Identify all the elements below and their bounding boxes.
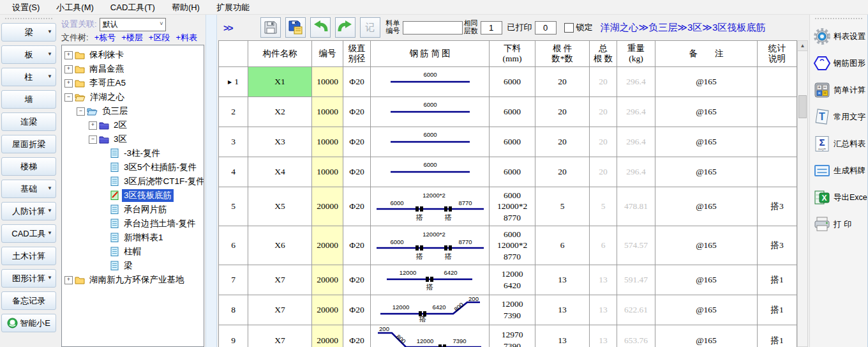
tree-node[interactable]: 3区5个柱插筋-复件 — [62, 160, 204, 174]
cut-length-cell[interactable]: 6000 — [490, 97, 535, 127]
rebar-diagram-cell[interactable]: 600012000*28770搭搭 — [371, 187, 490, 226]
sidebar-button[interactable]: 土木计算 — [1, 247, 56, 265]
rebar-diagram-cell[interactable]: 6000 — [371, 97, 490, 127]
cut-length-cell[interactable]: 6000 12000*2 8770 — [490, 226, 535, 265]
lock-checkbox[interactable] — [564, 23, 574, 33]
tree-node[interactable]: +南昌金燕 — [62, 62, 204, 76]
tree-node[interactable]: +2区 — [62, 118, 204, 132]
undo-button[interactable] — [310, 17, 331, 38]
code-cell[interactable]: 10000 — [312, 67, 343, 97]
weight-cell[interactable]: 574.57 — [617, 226, 655, 265]
sidebar-button[interactable]: CAD工具▼ — [1, 224, 56, 243]
code-cell[interactable]: 20000 — [312, 226, 343, 265]
cut-length-cell[interactable]: 6000 12000*2 8770 — [490, 187, 535, 226]
rebar-diagram-cell[interactable]: 200800120007390搭 — [371, 325, 490, 347]
note-cell[interactable]: @165 — [655, 295, 758, 325]
cut-length-cell[interactable]: 6000 — [490, 67, 535, 97]
scrollbar-thumb[interactable] — [798, 95, 807, 118]
row-number-cell[interactable]: 5 — [219, 187, 248, 226]
member-name-cell[interactable]: X1 — [248, 67, 312, 97]
sidebar-button[interactable]: 备忘记录 — [1, 291, 56, 310]
stat-cell[interactable] — [758, 97, 797, 127]
toolbar-grip[interactable] — [5, 18, 52, 19]
sidebar-button[interactable]: 屋面折梁 — [1, 135, 56, 153]
pieces-cell[interactable]: 20 — [535, 127, 590, 157]
member-name-cell[interactable]: X6 — [248, 226, 312, 265]
total-count-cell[interactable]: 13 — [590, 325, 617, 347]
sidebar-button[interactable]: 连梁 — [1, 112, 56, 131]
member-name-cell[interactable]: X3 — [248, 127, 312, 157]
code-cell[interactable]: 10000 — [312, 127, 343, 157]
tool-item[interactable]: +−×=简单计算 — [810, 77, 867, 104]
rebar-diagram-cell[interactable]: 120006420800200搭 — [371, 295, 490, 325]
note-cell[interactable]: @165 — [655, 187, 758, 226]
note-cell[interactable]: @165 — [655, 157, 758, 187]
member-name-cell[interactable]: X2 — [248, 97, 312, 127]
filetree-link[interactable]: +栋号 — [94, 32, 116, 43]
grade-dia-cell[interactable]: Φ20 — [343, 265, 371, 295]
tree-node[interactable]: 梁 — [62, 259, 204, 273]
filetree-link[interactable]: +楼层 — [121, 32, 143, 43]
grade-dia-cell[interactable]: Φ20 — [343, 97, 371, 127]
weight-cell[interactable]: 296.4 — [617, 97, 655, 127]
redo-button[interactable] — [335, 17, 355, 38]
expand-icon[interactable]: + — [64, 276, 73, 284]
weight-cell[interactable]: 478.81 — [617, 187, 655, 226]
note-cell[interactable]: @165 — [655, 226, 758, 265]
pieces-cell[interactable]: 13 — [535, 295, 590, 325]
tool-item[interactable]: T常用文字 — [810, 104, 867, 130]
rebar-diagram-cell[interactable]: 600012000*28770搭搭 — [371, 226, 490, 265]
menu-item[interactable]: 扩展功能 — [208, 1, 258, 14]
cut-length-cell[interactable]: 12970 7390 — [490, 325, 535, 347]
stat-cell[interactable] — [758, 157, 797, 187]
relation-select[interactable]: 默认 ˅ — [100, 18, 166, 31]
pieces-cell[interactable]: 13 — [535, 265, 590, 295]
expand-panel-button[interactable]: >> — [223, 22, 232, 33]
tree-node[interactable]: −3区 — [62, 132, 204, 146]
bill-no-input[interactable] — [403, 21, 463, 35]
tool-item[interactable]: X导出Excel — [810, 184, 867, 211]
tree-node[interactable]: 3区后浇带CT1F-复件 — [62, 174, 204, 189]
note-cell[interactable]: @165 — [655, 265, 758, 295]
weight-cell[interactable]: 296.4 — [617, 127, 655, 157]
code-cell[interactable]: 20000 — [312, 265, 343, 295]
code-cell[interactable]: 10000 — [312, 97, 343, 127]
sidebar-button[interactable]: 墙 — [1, 90, 56, 109]
collapse-icon[interactable]: − — [64, 93, 73, 102]
cut-length-cell[interactable]: 6000 — [490, 127, 535, 157]
collapse-icon[interactable]: − — [89, 135, 97, 144]
tool-item[interactable]: 料表设置 — [810, 23, 867, 50]
note-cell[interactable]: @165 — [655, 127, 758, 157]
tree-node[interactable]: +湖南新九方环保产业基地 — [62, 273, 204, 287]
weight-cell[interactable]: 622.61 — [617, 295, 655, 325]
code-cell[interactable]: 20000 — [312, 187, 343, 226]
member-name-cell[interactable]: X5 — [248, 187, 312, 226]
table-vertical-scrollbar[interactable]: ▲ — [797, 40, 808, 347]
tree-node[interactable]: +李哥庄A5 — [62, 76, 204, 90]
cut-length-cell[interactable]: 12000 7390 — [490, 295, 535, 325]
tree-node[interactable]: −洋湖之心 — [62, 90, 204, 104]
scroll-up-arrow-icon[interactable]: ▲ — [798, 41, 807, 51]
expand-icon[interactable]: + — [64, 65, 73, 73]
row-number-cell[interactable]: 4 — [219, 157, 248, 187]
sidebar-button[interactable]: 板▼ — [1, 45, 56, 64]
rebar-diagram-cell[interactable]: 6000 — [371, 127, 490, 157]
tool-item[interactable]: Σx+y=汇总料表 — [810, 130, 867, 157]
menu-item[interactable]: 设置(S) — [4, 1, 48, 14]
row-number-cell[interactable]: 7 — [219, 265, 248, 295]
row-number-cell[interactable]: 2 — [219, 97, 248, 127]
tree-node[interactable]: −负三层 — [62, 104, 204, 118]
total-count-cell[interactable]: 13 — [590, 295, 617, 325]
cut-length-cell[interactable]: 12000 6420 — [490, 265, 535, 295]
member-name-cell[interactable]: X7 — [248, 325, 312, 347]
tree-node[interactable]: 柱帽 — [62, 245, 204, 259]
stat-cell[interactable] — [758, 127, 797, 157]
sidebar-button[interactable]: 梁▼ — [1, 23, 56, 42]
panel-splitter[interactable] — [206, 15, 217, 347]
tree-node[interactable]: 3区筏板底筋 — [62, 189, 204, 203]
row-number-cell[interactable]: 8 — [219, 295, 248, 325]
weight-cell[interactable]: 296.4 — [617, 157, 655, 187]
tool-item[interactable]: 打 印 — [810, 211, 867, 238]
expand-icon[interactable]: + — [89, 121, 97, 130]
printed-count-input[interactable] — [535, 21, 557, 35]
